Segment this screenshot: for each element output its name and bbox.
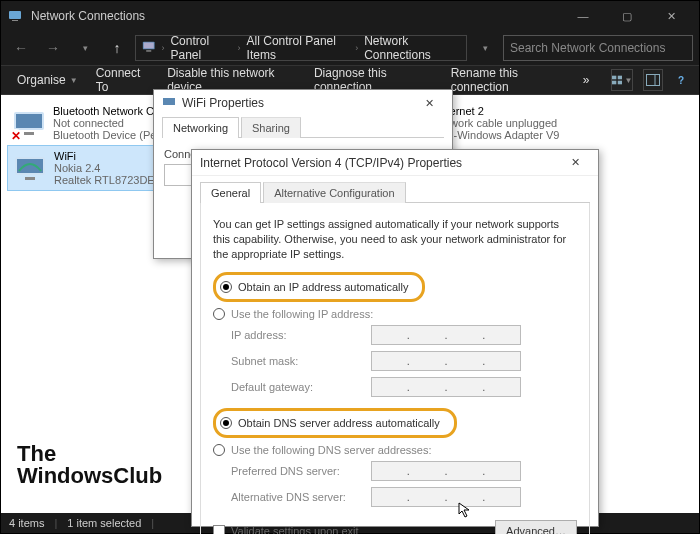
svg-rect-7 [612, 81, 616, 85]
breadcrumb[interactable]: All Control Panel Items [247, 34, 350, 62]
subnet-mask-input: ... [371, 351, 521, 371]
watermark-logo: The WindowsClub [17, 443, 162, 487]
checkbox-icon [213, 525, 225, 534]
field-ip-address: IP address: ... [213, 322, 577, 348]
search-input[interactable]: Search Network Connections [503, 35, 693, 61]
status-item-count: 4 items [9, 517, 44, 529]
minimize-button[interactable]: — [561, 1, 605, 31]
maximize-button[interactable]: ▢ [605, 1, 649, 31]
field-default-gateway: Default gateway: ... [213, 374, 577, 400]
breadcrumb[interactable]: Network Connections [364, 34, 460, 62]
svg-rect-0 [9, 11, 21, 19]
connection-device: Bluetooth Device (Pers [53, 129, 166, 141]
svg-rect-13 [24, 132, 34, 135]
validate-settings-checkbox[interactable]: Validate settings upon exit [213, 525, 359, 534]
svg-rect-18 [17, 159, 43, 173]
svg-rect-8 [618, 81, 622, 85]
dialog-titlebar[interactable]: WiFi Properties ✕ [154, 90, 452, 116]
nav-recent-button[interactable]: ▾ [71, 34, 99, 62]
dialog-titlebar[interactable]: Internet Protocol Version 4 (TCP/IPv4) P… [192, 150, 598, 176]
dialog-close-button[interactable]: ✕ [414, 91, 444, 115]
status-selected-count: 1 item selected [67, 517, 141, 529]
dialog-close-button[interactable]: ✕ [560, 151, 590, 175]
address-bar-row: ← → ▾ ↑ › Control Panel › All Control Pa… [1, 31, 699, 65]
tab-general[interactable]: General [200, 182, 261, 203]
window-icon [7, 8, 23, 24]
nav-back-button[interactable]: ← [7, 34, 35, 62]
chevron-right-icon: › [238, 43, 241, 53]
svg-rect-20 [163, 98, 175, 105]
svg-rect-1 [12, 20, 18, 21]
alternative-dns-input: ... [371, 487, 521, 507]
pc-icon [142, 40, 155, 56]
ip-settings-description: You can get IP settings assigned automat… [213, 217, 577, 262]
svg-rect-6 [618, 76, 622, 80]
radio-dns-auto[interactable]: Obtain DNS server address automatically [220, 415, 440, 431]
search-placeholder: Search Network Connections [510, 41, 665, 55]
tab-sharing[interactable]: Sharing [241, 117, 301, 138]
radio-icon [213, 444, 225, 456]
advanced-button[interactable]: Advanced… [495, 520, 577, 534]
default-gateway-input: ... [371, 377, 521, 397]
wifi-icon [12, 150, 48, 186]
svg-rect-4 [146, 50, 151, 52]
ipv4-properties-dialog: Internet Protocol Version 4 (TCP/IPv4) P… [191, 149, 599, 527]
window-title: Network Connections [31, 9, 145, 23]
tab-alt-config[interactable]: Alternative Configuration [263, 182, 405, 203]
titlebar: Network Connections — ▢ ✕ [1, 1, 699, 31]
svg-rect-3 [144, 43, 154, 49]
connect-to-button[interactable]: Connect To [90, 62, 156, 98]
wifi-adapter-icon [162, 95, 176, 112]
overflow-button[interactable]: » [577, 69, 596, 91]
breadcrumb[interactable]: Control Panel [170, 34, 231, 62]
nav-forward-button: → [39, 34, 67, 62]
svg-rect-12 [16, 114, 42, 128]
chevron-right-icon: › [355, 43, 358, 53]
svg-rect-9 [647, 75, 660, 86]
tab-networking[interactable]: Networking [162, 117, 239, 138]
refresh-button[interactable]: ▾ [471, 34, 499, 62]
field-alternative-dns: Alternative DNS server: ... [213, 484, 577, 510]
help-button[interactable]: ? [673, 69, 689, 91]
dialog-title: WiFi Properties [182, 96, 264, 110]
rename-button[interactable]: Rename this connection [445, 62, 571, 98]
radio-icon [220, 417, 232, 429]
chevron-down-icon: ▼ [70, 76, 78, 85]
svg-rect-5 [612, 76, 616, 80]
preferred-dns-input: ... [371, 461, 521, 481]
chevron-down-icon: ▼ [624, 76, 632, 85]
highlight-ip-auto: Obtain an IP address automatically [213, 272, 425, 302]
dialog-body: You can get IP settings assigned automat… [200, 203, 590, 534]
nav-up-button[interactable]: ↑ [103, 34, 131, 62]
bluetooth-icon: ✕ [11, 105, 47, 141]
radio-icon [213, 308, 225, 320]
close-button[interactable]: ✕ [649, 1, 693, 31]
svg-rect-19 [25, 177, 35, 180]
radio-icon [220, 281, 232, 293]
connection-name: Bluetooth Network Con [53, 105, 166, 117]
view-options-button[interactable]: ▼ [611, 69, 633, 91]
connection-status: Not connected [53, 117, 166, 129]
preview-pane-button[interactable] [643, 69, 663, 91]
chevron-right-icon: › [161, 43, 164, 53]
radio-ip-auto[interactable]: Obtain an IP address automatically [220, 279, 408, 295]
radio-dns-manual[interactable]: Use the following DNS server addresses: [213, 442, 577, 458]
error-badge: ✕ [9, 129, 23, 143]
highlight-dns-auto: Obtain DNS server address automatically [213, 408, 457, 438]
field-preferred-dns: Preferred DNS server: ... [213, 458, 577, 484]
tab-strip: General Alternative Configuration [200, 181, 590, 203]
dialog-title: Internet Protocol Version 4 (TCP/IPv4) P… [200, 156, 462, 170]
ip-address-input: ... [371, 325, 521, 345]
explorer-window: Network Connections — ▢ ✕ ← → ▾ ↑ › Cont… [0, 0, 700, 534]
tab-strip: Networking Sharing [162, 116, 444, 138]
organise-menu[interactable]: Organise▼ [11, 69, 84, 91]
radio-ip-manual[interactable]: Use the following IP address: [213, 306, 577, 322]
address-bar[interactable]: › Control Panel › All Control Panel Item… [135, 35, 467, 61]
field-subnet-mask: Subnet mask: ... [213, 348, 577, 374]
